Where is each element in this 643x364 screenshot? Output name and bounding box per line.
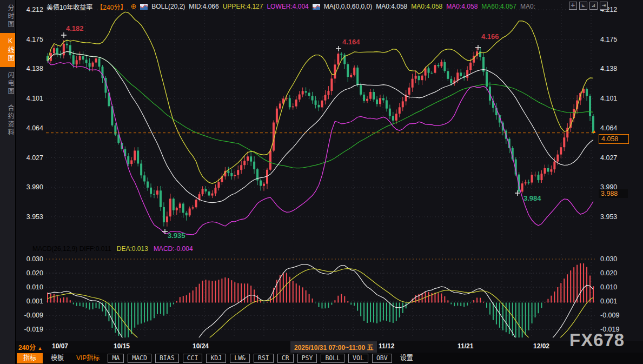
scale-axis-left-icon[interactable]: ⊾ [579, 2, 587, 10]
svg-text:-0.009: -0.009 [24, 312, 43, 319]
annotations-layer: 4.1824.1644.1663.9353.984 [61, 24, 541, 240]
svg-text:4.138: 4.138 [600, 65, 617, 72]
svg-text:4.101: 4.101 [26, 95, 43, 102]
price-marker-icon: ▲ [592, 129, 596, 134]
svg-text:0.030: 0.030 [600, 255, 617, 263]
sidebar-tab-3[interactable]: 闪电图 [0, 67, 15, 100]
toolbar-item-13[interactable]: BOLL [321, 354, 344, 363]
macd-name-diff: MACD(26,12,9) DIFF:0.011 [32, 245, 111, 253]
date-label-6: 12/02 [533, 342, 549, 350]
svg-text:4.027: 4.027 [600, 154, 617, 162]
macd-header: MACD(26,12,9) DIFF:0.011 DEA:0.013 MACD:… [32, 245, 193, 253]
svg-text:4.164: 4.164 [342, 38, 360, 46]
svg-text:3.953: 3.953 [600, 213, 617, 221]
reference-price-badge: 3.988 [599, 189, 628, 198]
crosshair-target-icon[interactable]: ⊕ [130, 3, 136, 10]
svg-text:0.020: 0.020 [26, 269, 43, 277]
svg-text:0.020: 0.020 [600, 269, 617, 277]
svg-text:4.212: 4.212 [26, 6, 43, 14]
symbol-title: 美债10年收益率 [47, 2, 92, 11]
ma-value-5: MA0: [520, 3, 535, 10]
watermark: FX678 [569, 330, 625, 350]
date-label-2: 10/15 [114, 342, 130, 350]
svg-text:0.001: 0.001 [26, 297, 43, 305]
period-tag[interactable]: 【240分】 [96, 2, 127, 11]
boll-thumbnail-icon[interactable] [140, 4, 148, 10]
svg-text:-0.019: -0.019 [24, 326, 43, 333]
toolbar-item-3[interactable]: VIP指标 [72, 353, 104, 363]
toolbar-item-4[interactable]: MA [108, 354, 124, 363]
ma-name: MA(0,0,0,60,0,0) [324, 3, 372, 10]
ma-value-4: MA60:4.057 [481, 3, 516, 10]
toolbar-item-1[interactable]: 指标 [17, 353, 43, 363]
toolbar-item-10[interactable]: RSI [254, 354, 274, 363]
toolbar-item-11[interactable]: CR [277, 354, 294, 363]
toolbar-item-2[interactable]: 模板 [47, 353, 68, 363]
macd-layer [48, 263, 593, 353]
candles-layer [47, 40, 594, 227]
move-icon[interactable]: ✛ [569, 2, 577, 10]
toolbar-item-5[interactable]: MACD [128, 354, 151, 363]
grid-layer: 4.2124.2124.1754.1754.1384.1384.1014.101… [24, 4, 620, 336]
ma-value-1: MA0:4.058 [376, 3, 407, 10]
svg-text:0.001: 0.001 [600, 297, 617, 305]
svg-text:-0.009: -0.009 [600, 312, 619, 319]
toolbar-item-14[interactable]: VOL [348, 354, 368, 363]
macd-value: MACD:-0.004 [154, 245, 193, 253]
svg-text:4.182: 4.182 [66, 24, 84, 32]
boll-upper-value: UPPER:4.127 [223, 3, 263, 10]
toolbar-item-8[interactable]: KDJ [206, 354, 226, 363]
toolbar-item-9[interactable]: LW& [230, 354, 250, 363]
svg-text:0.010: 0.010 [600, 283, 617, 291]
svg-text:0.010: 0.010 [26, 283, 43, 291]
date-label-5: 11/21 [458, 342, 473, 350]
macd-dea-value: DEA:0.013 [117, 245, 148, 253]
svg-text:3.984: 3.984 [523, 194, 541, 202]
toolbar-item-15[interactable]: OBV [372, 354, 392, 363]
chart-canvas[interactable]: 4.2124.2124.1754.1754.1384.1384.1014.101… [0, 0, 643, 353]
svg-text:3.953: 3.953 [26, 213, 43, 221]
left-sidebar: 分时图K线图闪电图合约资料 [0, 0, 16, 364]
time-axis: 240分 ▲ 2025/10/31 07:00~11:00 五 10/0710/… [15, 341, 643, 353]
toolbar-item-6[interactable]: BIAS [155, 354, 179, 363]
scale-axis-right-icon[interactable]: ⊿ [589, 2, 598, 10]
svg-text:4.027: 4.027 [26, 154, 43, 162]
date-label-3: 10/24 [193, 342, 209, 350]
svg-text:4.064: 4.064 [600, 124, 617, 132]
toolbar-item-16[interactable]: 设置 [396, 353, 417, 363]
indicator-header: 美债10年收益率 【240分】 ⊕ BOLL(20,2) MID:4.066 U… [47, 2, 535, 11]
date-label-4: 11/12 [379, 342, 394, 350]
ma-value-2: MA0:4.058 [411, 3, 442, 10]
highlighted-datetime: 2025/10/31 07:00~11:00 五 [290, 341, 377, 353]
svg-text:3.935: 3.935 [168, 231, 185, 240]
chart-window-icons: ✛⊾⊿⇥ [569, 2, 608, 10]
svg-text:4.166: 4.166 [481, 32, 499, 41]
svg-text:0.030: 0.030 [26, 255, 43, 263]
date-label-1: 10/07 [52, 342, 68, 350]
svg-text:4.064: 4.064 [26, 124, 43, 132]
svg-text:3.990: 3.990 [26, 183, 43, 191]
sidebar-tab-4[interactable]: 合约资料 [0, 100, 15, 141]
sidebar-tab-1[interactable]: 分时图 [0, 0, 15, 33]
sidebar-tab-2[interactable]: K线图 [0, 33, 15, 67]
boll-lower-value: LOWER:4.004 [267, 3, 308, 10]
svg-text:4.175: 4.175 [26, 36, 43, 43]
svg-text:4.101: 4.101 [600, 95, 617, 102]
toolbar-item-12[interactable]: PSY [297, 354, 317, 363]
svg-text:4.175: 4.175 [600, 36, 617, 43]
current-price-badge: 4.058 [599, 134, 629, 144]
toolbar-item-7[interactable]: CCI [183, 354, 203, 363]
pan-right-icon[interactable]: ⇥ [600, 2, 608, 10]
period-selector[interactable]: 240分 ▲ [18, 342, 42, 352]
ma-values: MA0:4.058MA0:4.058MA0:4.058MA60:4.057MA0… [376, 3, 535, 10]
period-arrow-icon: ▲ [37, 346, 42, 351]
boll-name: BOLL(20,2) [151, 3, 185, 10]
ma-thumbnail-icon[interactable] [313, 4, 320, 10]
overlay-lines-layer [48, 12, 593, 235]
svg-text:4.138: 4.138 [26, 65, 43, 72]
boll-mid-value: MID:4.066 [189, 3, 218, 10]
ma-value-3: MA0:4.058 [446, 3, 478, 10]
indicator-toolbar: 指标模板VIP指标MAMACDBIASCCIKDJLW&RSICRPSYBOLL… [15, 353, 643, 364]
